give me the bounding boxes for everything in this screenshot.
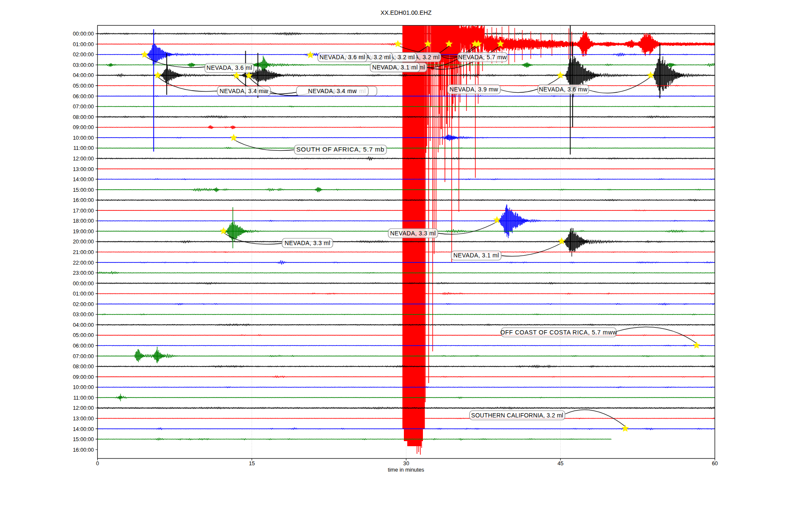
svg-text:21:00:00: 21:00:00 [73,249,94,255]
svg-text:03:00:00: 03:00:00 [73,62,94,68]
svg-text:23:00:00: 23:00:00 [73,270,94,276]
svg-text:07:00:00: 07:00:00 [73,353,94,359]
svg-text:30: 30 [403,460,409,467]
svg-text:19:00:00: 19:00:00 [73,228,94,235]
svg-text:13:00:00: 13:00:00 [73,166,94,172]
svg-text:NEVADA, 3.3 ml: NEVADA, 3.3 ml [285,240,330,246]
svg-text:SOUTHERN CALIFORNIA, 3.2 ml: SOUTHERN CALIFORNIA, 3.2 ml [471,412,563,419]
svg-text:01:00:00: 01:00:00 [73,290,94,297]
svg-text:09:00:00: 09:00:00 [73,374,94,380]
svg-text:05:00:00: 05:00:00 [73,332,94,338]
svg-text:XX.EDH01.00.EHZ: XX.EDH01.00.EHZ [381,9,432,16]
svg-text:NEVADA, 3.9 mw: NEVADA, 3.9 mw [450,86,499,93]
svg-text:16:00:00: 16:00:00 [73,197,94,203]
svg-text:10:00:00: 10:00:00 [73,384,94,390]
svg-text:00:00:00: 00:00:00 [73,30,94,37]
svg-text:45: 45 [557,460,563,467]
svg-text:02:00:00: 02:00:00 [73,301,94,307]
svg-text:08:00:00: 08:00:00 [73,114,94,120]
svg-text:06:00:00: 06:00:00 [73,93,94,99]
svg-text:18:00:00: 18:00:00 [73,218,94,224]
svg-text:03:00:00: 03:00:00 [73,311,94,318]
svg-text:15: 15 [249,460,255,467]
svg-text:NEVADA, 3.6 mw: NEVADA, 3.6 mw [539,86,588,93]
svg-text:10:00:00: 10:00:00 [73,135,94,141]
svg-text:NEVADA, 5.7 mw: NEVADA, 5.7 mw [458,54,507,61]
svg-text:04:00:00: 04:00:00 [73,72,94,78]
svg-text:60: 60 [712,460,718,467]
svg-text:07:00:00: 07:00:00 [73,103,94,110]
svg-text:NEVADA, 3.6 ml: NEVADA, 3.6 ml [206,64,252,71]
svg-text:22:00:00: 22:00:00 [73,260,94,266]
svg-text:20:00:00: 20:00:00 [73,238,94,245]
svg-text:12:00:00: 12:00:00 [73,155,94,162]
svg-text:15:00:00: 15:00:00 [73,436,94,442]
svg-text:NEVADA, 3.6 ml: NEVADA, 3.6 ml [319,54,365,61]
svg-text:06:00:00: 06:00:00 [73,342,94,349]
svg-text:08:00:00: 08:00:00 [73,363,94,370]
svg-text:14:00:00: 14:00:00 [73,426,94,432]
svg-text:11:00:00: 11:00:00 [73,395,94,401]
svg-text:09:00:00: 09:00:00 [73,124,94,130]
svg-text:time in minutes: time in minutes [388,467,424,473]
svg-text:04:00:00: 04:00:00 [73,322,94,328]
svg-text:17:00:00: 17:00:00 [73,207,94,214]
svg-text:00:00:00: 00:00:00 [73,280,94,287]
svg-text:NEVADA, 3.4 mw: NEVADA, 3.4 mw [308,88,357,94]
svg-text:15:00:00: 15:00:00 [73,187,94,193]
svg-text:0: 0 [96,460,99,467]
svg-text:05:00:00: 05:00:00 [73,83,94,89]
svg-text:11:00:00: 11:00:00 [73,145,94,151]
svg-text:13:00:00: 13:00:00 [73,415,94,422]
svg-text:12:00:00: 12:00:00 [73,405,94,411]
svg-text:NEVADA, 3.1 ml: NEVADA, 3.1 ml [453,252,499,259]
svg-text:01:00:00: 01:00:00 [73,41,94,47]
svg-text:NEVADA, 3.1 ml: NEVADA, 3.1 ml [372,64,418,71]
svg-text:16:00:00: 16:00:00 [73,447,94,453]
svg-text:02:00:00: 02:00:00 [73,51,94,58]
svg-text:NEVADA, 3.4 mw: NEVADA, 3.4 mw [219,88,269,94]
svg-text:OFF COAST OF COSTA RICA, 5.7 m: OFF COAST OF COSTA RICA, 5.7 mww [500,329,617,336]
svg-text:NEVADA, 3.3 ml: NEVADA, 3.3 ml [390,230,436,237]
svg-text:SOUTH OF AFRICA, 5.7 mb: SOUTH OF AFRICA, 5.7 mb [296,146,384,153]
svg-text:14:00:00: 14:00:00 [73,176,94,182]
